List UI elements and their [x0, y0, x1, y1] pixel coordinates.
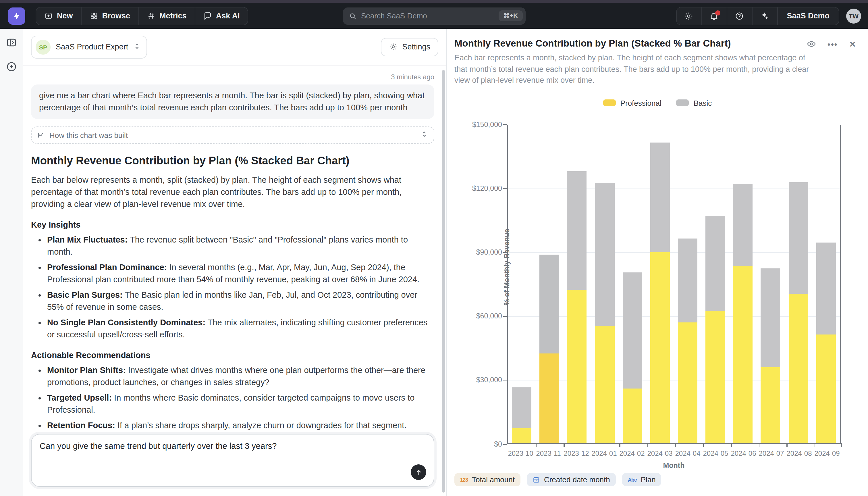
bar-2023-12[interactable]: [567, 171, 587, 443]
bar-segment-professional[interactable]: [761, 367, 781, 443]
bar-segment-professional[interactable]: [567, 290, 587, 443]
bar-2023-10[interactable]: [512, 388, 531, 443]
bar-segment-professional[interactable]: [816, 334, 836, 443]
list-item: Targeted Upsell: In months where Basic d…: [47, 392, 434, 416]
how-built-accordion[interactable]: How this chart was built: [31, 126, 434, 144]
help-button[interactable]: [727, 7, 752, 25]
gear-button[interactable]: [676, 7, 702, 25]
bar-2024-08[interactable]: [788, 182, 808, 443]
y-axis-tick-label: $120,000: [472, 185, 502, 192]
x-axis-tick: [619, 443, 620, 447]
bar-segment-basic[interactable]: [650, 142, 670, 252]
eye-icon[interactable]: [806, 39, 816, 49]
bar-segment-professional[interactable]: [595, 326, 614, 443]
x-axis-tick-label: 2024-02: [618, 449, 646, 457]
bar-segment-basic[interactable]: [595, 183, 614, 326]
bar-segment-basic[interactable]: [816, 243, 836, 335]
sparkles-button[interactable]: [752, 7, 777, 25]
chat-input[interactable]: Can you give the same trend but quarterl…: [31, 434, 434, 487]
bar-segment-basic[interactable]: [678, 238, 697, 323]
agent-settings-button[interactable]: Settings: [381, 38, 438, 56]
legend-label: Professional: [621, 98, 661, 107]
bar-segment-basic[interactable]: [512, 388, 531, 428]
x-axis-tick-label: 2024-03: [646, 449, 674, 457]
bar-2024-04[interactable]: [678, 238, 697, 443]
bar-2024-05[interactable]: [705, 216, 725, 443]
chat-scrollbar[interactable]: [442, 70, 445, 493]
numeric-field-icon: 123: [460, 477, 468, 482]
recommendations-list: Monitor Plan Shifts: Investigate what dr…: [31, 365, 434, 432]
y-axis-tick-label: $60,000: [476, 312, 502, 321]
new-thread-icon[interactable]: [6, 61, 17, 73]
field-tag-created-date-month[interactable]: Created date month: [527, 473, 616, 486]
bar-2024-07[interactable]: [761, 268, 781, 443]
bar-segment-basic[interactable]: [705, 216, 725, 311]
tag-label: Plan: [641, 475, 656, 484]
bar-2024-09[interactable]: [816, 243, 836, 443]
y-axis-tick-label: $0: [494, 440, 502, 448]
bars-layer: [508, 124, 840, 443]
bar-segment-professional[interactable]: [733, 266, 753, 443]
x-axis-tick: [564, 443, 564, 447]
x-axis-tick: [536, 443, 536, 447]
bar-segment-professional[interactable]: [650, 252, 670, 443]
x-axis-tick: [786, 443, 787, 447]
bar-segment-basic[interactable]: [733, 184, 753, 266]
bar-segment-professional[interactable]: [788, 294, 808, 443]
unfold-icon: [420, 130, 428, 140]
bar-segment-professional[interactable]: [512, 428, 531, 443]
legend-item-professional[interactable]: Professional: [603, 98, 661, 107]
x-axis-tick-label: 2024-08: [785, 449, 813, 457]
bar-segment-professional[interactable]: [540, 354, 559, 443]
notification-badge: [715, 10, 720, 15]
nav-button-label: New: [57, 12, 73, 20]
chart-line-icon: [37, 131, 45, 139]
agent-selector[interactable]: SP SaaS Product Expert: [31, 35, 147, 58]
bell-button[interactable]: [702, 7, 727, 25]
x-axis-tick: [591, 443, 592, 447]
bar-segment-professional[interactable]: [678, 323, 697, 443]
bar-segment-basic[interactable]: [761, 268, 781, 368]
nav-button-ask-ai[interactable]: Ask AI: [195, 7, 248, 25]
response-title: Monthly Revenue Contribution by Plan (% …: [31, 155, 434, 167]
bar-segment-basic[interactable]: [540, 254, 559, 354]
list-item: No Single Plan Consistently Dominates: T…: [47, 317, 434, 341]
nav-button-browse[interactable]: Browse: [82, 7, 139, 25]
bar-segment-basic[interactable]: [567, 171, 587, 289]
user-message: give me a bar chart where Each bar repre…: [31, 84, 434, 119]
bar-2024-06[interactable]: [733, 184, 753, 443]
bar-2024-02[interactable]: [623, 273, 642, 443]
bar-segment-professional[interactable]: [705, 311, 725, 443]
user-avatar[interactable]: TW: [846, 8, 861, 23]
project-switcher[interactable]: SaaS Demo: [777, 7, 839, 25]
tag-label: Created date month: [544, 475, 610, 484]
app-logo[interactable]: [8, 7, 25, 25]
bar-segment-basic[interactable]: [788, 182, 808, 294]
agent-name: SaaS Product Expert: [56, 43, 128, 51]
y-axis-tick: [503, 124, 507, 125]
gear-icon: [684, 11, 693, 20]
chat-sparkle-icon: [203, 12, 212, 20]
bar-segment-basic[interactable]: [623, 273, 642, 389]
list-item: Professional Plan Dominance: In several …: [47, 262, 434, 286]
arrow-up-icon: [415, 468, 422, 476]
field-tag-plan[interactable]: AbcPlan: [622, 473, 661, 486]
legend-item-basic[interactable]: Basic: [676, 98, 712, 107]
close-icon[interactable]: ✕: [849, 40, 856, 48]
app-window: NewBrowseMetricsAsk AI Search SaaS Demo …: [0, 0, 868, 496]
bar-2023-11[interactable]: [540, 254, 559, 443]
global-search-input[interactable]: Search SaaS Demo ⌘+K: [343, 7, 525, 25]
nav-button-metrics[interactable]: Metrics: [139, 7, 195, 25]
y-axis-tick: [503, 188, 507, 189]
bar-2024-03[interactable]: [650, 142, 670, 443]
nav-button-label: Ask AI: [216, 12, 240, 20]
bar-2024-01[interactable]: [595, 183, 614, 443]
send-button[interactable]: [411, 464, 426, 480]
collapse-panel-icon[interactable]: [6, 37, 17, 48]
x-axis-tick-label: 2024-07: [757, 449, 785, 457]
field-tag-total-amount[interactable]: 123Total amount: [454, 473, 520, 486]
nav-button-new[interactable]: New: [36, 7, 82, 25]
ellipsis-icon[interactable]: •••: [827, 40, 838, 48]
bar-segment-professional[interactable]: [623, 389, 642, 443]
tag-label: Total amount: [472, 475, 515, 484]
